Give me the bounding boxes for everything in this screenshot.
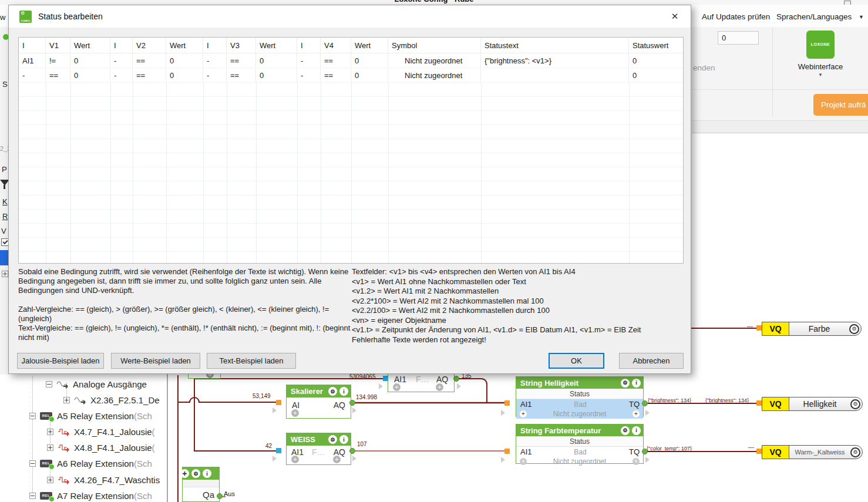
function-block-string-farbtemperatur[interactable]: String Farbtemperatur ⚙ i Status AI1 Bad…: [516, 424, 644, 464]
add-icon[interactable]: +: [633, 458, 640, 465]
chevron-down-icon[interactable]: ▼: [776, 72, 864, 78]
input-connector[interactable]: [756, 325, 762, 331]
tree-item-a5-relay[interactable]: REL A5 Relay Extension (Sch: [29, 411, 152, 421]
output-connector[interactable]: [349, 400, 355, 406]
collapse-icon[interactable]: [46, 381, 52, 388]
table-cell[interactable]: -: [203, 68, 227, 82]
collapse-icon[interactable]: [29, 460, 36, 467]
function-block-qa[interactable]: ✛ ⚙ i Qa: [182, 467, 220, 502]
vq-output-farbe[interactable]: VQ Farbe ⚙: [762, 322, 862, 336]
tree-item-a7-relay[interactable]: REL A7 Relay Extension (Sch: [29, 491, 152, 501]
input-connector[interactable]: [383, 376, 388, 381]
table-cell[interactable]: 0: [166, 53, 203, 68]
gear-icon[interactable]: ⚙: [850, 447, 860, 457]
add-icon[interactable]: +: [520, 458, 527, 465]
table-cell[interactable]: 0: [351, 68, 388, 82]
info-icon[interactable]: i: [339, 435, 348, 444]
input-connector[interactable]: [276, 400, 281, 405]
input-connector[interactable]: [276, 448, 281, 453]
tree-item-x426-waschtisch[interactable]: X4.26_F4.7_Waschtis: [47, 475, 160, 485]
load-jalousie-example-button[interactable]: Jalousie-Beispiel laden: [17, 353, 104, 369]
table-cell[interactable]: 0: [256, 68, 297, 82]
expand-icon[interactable]: [47, 477, 53, 483]
table-cell[interactable]: ==: [133, 53, 166, 68]
expand-icon[interactable]: [47, 444, 53, 451]
vq-output-helligkeit[interactable]: VQ Helligkeit ⚙: [762, 397, 863, 411]
table-cell[interactable]: ==: [227, 53, 256, 68]
add-icon[interactable]: +: [633, 410, 640, 417]
table-cell[interactable]: 0: [70, 53, 110, 68]
info-icon[interactable]: i: [632, 379, 641, 388]
gear-icon[interactable]: ⚙: [621, 426, 630, 435]
output-connector[interactable]: [349, 448, 355, 454]
table-cell[interactable]: 0: [629, 68, 684, 82]
tree-item-a6-relay[interactable]: REL A6 Relay Extension (Sch: [29, 459, 152, 469]
table-cell[interactable]: -: [110, 53, 133, 68]
left-partial-text[interactable]: K: [2, 197, 8, 206]
add-pin-icon[interactable]: +: [436, 383, 443, 391]
table-cell[interactable]: -: [297, 53, 321, 68]
collapse-icon[interactable]: [29, 493, 36, 499]
table-cell[interactable]: ==: [321, 68, 351, 82]
gear-icon[interactable]: ⚙: [191, 469, 200, 478]
block-header[interactable]: ✛ ⚙ i: [183, 467, 219, 480]
tree-item-x47-jalousie[interactable]: X4.7_F4.1_Jalousie (: [47, 427, 155, 437]
menu-languages[interactable]: Sprachen/Languages: [776, 12, 852, 21]
add-pin-icon[interactable]: +: [333, 456, 341, 463]
block-io-row[interactable]: AI1 Bad TQ: [516, 447, 643, 457]
table-cell[interactable]: -: [203, 53, 227, 68]
function-block-weiss[interactable]: WEISS ⚙ i AI1 F… AQ + +: [286, 433, 351, 465]
collapse-icon[interactable]: [29, 413, 36, 419]
table-cell[interactable]: 0: [629, 53, 684, 68]
block-header[interactable]: String Farbtemperatur ⚙ i: [516, 424, 643, 436]
table-cell[interactable]: ==: [133, 68, 166, 82]
add-pin-icon[interactable]: +: [291, 409, 299, 417]
ribbon-number-field[interactable]: 0: [718, 31, 759, 45]
move-icon[interactable]: ✛: [180, 469, 189, 478]
load-text-example-button[interactable]: Text-Beispiel laden: [207, 353, 296, 369]
table-cell[interactable]: -: [297, 68, 321, 82]
ok-button[interactable]: OK: [549, 353, 604, 369]
info-icon[interactable]: i: [203, 469, 211, 478]
input-connector[interactable]: [756, 400, 762, 406]
input-connector[interactable]: [504, 400, 510, 406]
add-pin-icon[interactable]: +: [393, 383, 401, 391]
expand-icon[interactable]: [47, 429, 53, 435]
tree-item-analoge-ausgaenge[interactable]: Analoge Ausgänge: [46, 379, 147, 389]
table-empty-area[interactable]: [19, 83, 683, 263]
input-connector[interactable]: [504, 449, 510, 454]
table-cell[interactable]: ==: [321, 53, 351, 68]
add-pin-icon[interactable]: +: [291, 456, 299, 463]
table-cell[interactable]: !=: [46, 53, 70, 68]
table-cell[interactable]: [481, 68, 629, 82]
table-cell[interactable]: 0: [166, 68, 203, 82]
output-connector[interactable]: [642, 400, 648, 406]
function-block-string-helligkeit[interactable]: String Helligkeit ⚙ i Status AI1 Bad TQ …: [516, 376, 644, 417]
dialog-titlebar[interactable]: ⚙ CONFIG Status bearbeiten ✕: [9, 5, 691, 28]
webinterface-button[interactable]: LOXONE Webinterface ▼: [776, 31, 864, 78]
menu-check-updates[interactable]: Auf Updates prüfen: [702, 12, 770, 21]
gear-icon[interactable]: ⚙: [849, 324, 859, 334]
table-cell[interactable]: -: [110, 68, 133, 82]
table-cell[interactable]: -: [19, 68, 46, 82]
block-header[interactable]: Skalierer ⚙ i: [287, 385, 351, 397]
gear-icon[interactable]: ⚙: [328, 387, 337, 396]
gear-icon[interactable]: ⚙: [850, 399, 860, 409]
table-cell[interactable]: AI1: [19, 53, 46, 68]
table-cell[interactable]: {"brightness": <v1>}: [481, 53, 629, 68]
load-values-example-button[interactable]: Werte-Beispiel laden: [111, 353, 200, 369]
tree-expand-icon[interactable]: [2, 271, 8, 277]
gear-icon[interactable]: ⚙: [621, 379, 630, 388]
info-icon[interactable]: i: [632, 426, 641, 435]
chevron-down-icon[interactable]: ▼: [859, 14, 864, 20]
table-cell[interactable]: Nicht zugeordnet: [388, 68, 481, 82]
function-block-skalierer[interactable]: Skalierer ⚙ i AI AQ +: [286, 385, 351, 419]
output-connector[interactable]: [453, 376, 459, 382]
table-cell[interactable]: ==: [227, 68, 256, 82]
left-partial-text[interactable]: R: [2, 212, 8, 221]
block-assign-row[interactable]: + Nicht zugeordnet +: [516, 409, 643, 419]
input-connector[interactable]: [756, 449, 762, 454]
window-control-icon[interactable]: [844, 1, 851, 5]
expand-icon[interactable]: [63, 397, 70, 403]
block-header[interactable]: String Helligkeit ⚙ i: [516, 377, 643, 389]
